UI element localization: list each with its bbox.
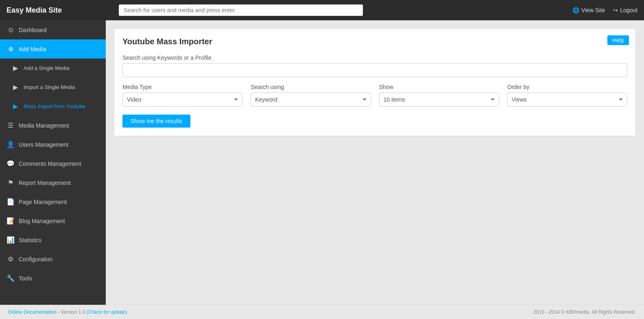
footer-version: Version 1.0 [61, 309, 85, 315]
configuration-icon: ⚙ [7, 255, 15, 263]
globe-icon: 🌐 [572, 7, 579, 13]
view-site-link[interactable]: 🌐 View Site [572, 7, 605, 13]
play-icon: ▶ [11, 64, 20, 72]
order-by-col: Order by Views Date Rating Relevance [507, 84, 627, 106]
app-logo: Easy Media Site [7, 6, 112, 15]
media-type-label: Media Type [122, 84, 242, 90]
show-select[interactable]: 10 items 20 items 50 items 100 items [379, 93, 499, 106]
keyword-search-group: Search using Keywords or a Profile [122, 54, 627, 77]
sidebar-item-label: Tools [19, 275, 32, 282]
sidebar-item-label: Report Management [19, 180, 71, 186]
footer-left: Online Documentation - Version 1.0 (Chec… [8, 309, 127, 315]
media-type-select[interactable]: Video Playlist Channel [122, 93, 242, 106]
sidebar-item-comments-management[interactable]: 💬 Comments Management [0, 154, 106, 173]
sidebar-item-report-management[interactable]: ⚑ Report Management [0, 173, 106, 192]
show-results-button[interactable]: Show me the results [122, 115, 190, 128]
sidebar-item-label: Media Management [19, 122, 69, 129]
sidebar-item-label: Import a Single Media [24, 84, 75, 90]
comments-icon: 💬 [7, 160, 15, 167]
sidebar-item-mass-import-youtube[interactable]: ▶ Mass Import from Youtube [0, 97, 106, 116]
report-icon: ⚑ [7, 179, 15, 187]
media-management-icon: ☰ [7, 122, 15, 129]
sidebar-item-users-management[interactable]: 👤 Users Management [0, 135, 106, 154]
sidebar-item-blog-management[interactable]: 📝 Blog Management [0, 211, 106, 230]
search-using-select[interactable]: Keyword Profile URL [251, 93, 371, 106]
sidebar-item-label: Comments Management [19, 161, 81, 167]
show-col: Show 10 items 20 items 50 items 100 item… [379, 84, 499, 106]
sidebar-item-label: Add Media [19, 46, 46, 52]
search-using-col: Search using Keyword Profile URL [251, 84, 371, 106]
sidebar-item-media-management[interactable]: ☰ Media Management [0, 116, 106, 135]
sidebar-item-tools[interactable]: 🔧 Tools [0, 269, 106, 288]
show-label: Show [379, 84, 499, 90]
sidebar-item-label: Users Management [19, 141, 68, 148]
search-section-label: Search using Keywords or a Profile [122, 54, 627, 61]
dashboard-icon: ⊙ [7, 26, 15, 34]
statistics-icon: 📊 [7, 236, 15, 244]
sidebar-item-import-single-media[interactable]: ▶ Import a Single Media [0, 78, 106, 97]
sidebar-item-label: Configuration [19, 256, 52, 263]
search-area [119, 4, 566, 16]
sidebar: ⊙ Dashboard ⊕ Add Media ▶ Add a Single M… [0, 20, 106, 305]
users-icon: 👤 [7, 141, 15, 148]
card-title: Youtube Mass Importer [122, 37, 627, 46]
header-actions: 🌐 View Site ↪ Logout [572, 7, 637, 13]
sidebar-item-label: Page Management [19, 199, 67, 205]
play-icon: ▶ [11, 102, 20, 110]
check-update-link[interactable]: (Check for update) [87, 309, 127, 315]
footer-right: 2013 - 2014 © KBRmedia. All Rights Reser… [533, 309, 636, 315]
page-icon: 📄 [7, 198, 15, 206]
add-media-icon: ⊕ [7, 45, 15, 53]
header: Easy Media Site 🌐 View Site ↪ Logout [0, 0, 644, 20]
sidebar-item-label: Statistics [19, 237, 41, 243]
sidebar-item-label: Mass Import from Youtube [24, 103, 85, 109]
sidebar-item-statistics[interactable]: 📊 Statistics [0, 230, 106, 250]
sidebar-item-add-media[interactable]: ⊕ Add Media [0, 39, 106, 59]
play-icon: ▶ [11, 83, 20, 91]
sidebar-item-add-single-media[interactable]: ▶ Add a Single Media [0, 59, 106, 78]
sidebar-item-configuration[interactable]: ⚙ Configuration [0, 250, 106, 269]
main-content: Youtube Mass Importer Help Search using … [106, 20, 644, 305]
order-by-select[interactable]: Views Date Rating Relevance [507, 93, 627, 106]
search-using-label: Search using [251, 84, 371, 90]
logout-icon: ↪ [613, 7, 618, 13]
layout: ⊙ Dashboard ⊕ Add Media ▶ Add a Single M… [0, 20, 644, 305]
filter-row: Media Type Video Playlist Channel Search… [122, 84, 627, 106]
sidebar-item-label: Dashboard [19, 27, 47, 33]
help-button[interactable]: Help [607, 35, 629, 45]
media-type-col: Media Type Video Playlist Channel [122, 84, 242, 106]
tools-icon: 🔧 [7, 274, 15, 282]
blog-icon: 📝 [7, 217, 15, 225]
sidebar-item-label: Add a Single Media [24, 65, 70, 71]
online-docs-link[interactable]: Online Documentation [8, 309, 57, 315]
youtube-mass-importer-card: Youtube Mass Importer Help Search using … [114, 28, 636, 136]
keyword-search-input[interactable] [122, 63, 627, 77]
footer: Online Documentation - Version 1.0 (Chec… [0, 305, 644, 319]
sidebar-item-page-management[interactable]: 📄 Page Management [0, 192, 106, 211]
order-by-label: Order by [507, 84, 627, 90]
sidebar-item-label: Blog Management [19, 218, 65, 224]
search-input[interactable] [119, 4, 363, 16]
logout-link[interactable]: ↪ Logout [613, 7, 637, 13]
sidebar-item-dashboard[interactable]: ⊙ Dashboard [0, 20, 106, 39]
